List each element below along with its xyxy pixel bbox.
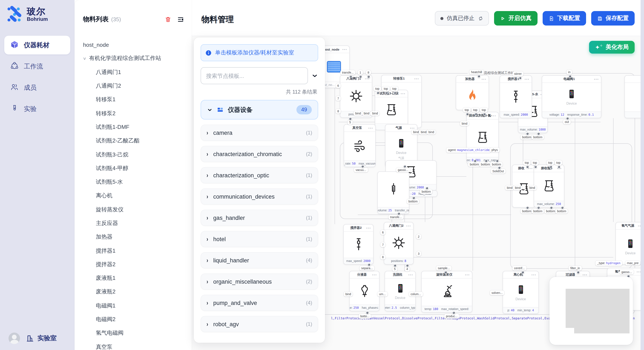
port-dot[interactable]	[566, 117, 569, 120]
collapse-panel-chevron-icon[interactable]	[311, 72, 318, 79]
node-真空泵[interactable]: 真空泵•••pump_rate: 50max_vacuum: 0.1	[344, 124, 376, 167]
port-chip[interactable]: bind	[427, 130, 436, 134]
collapse-list-icon[interactable]	[177, 16, 184, 23]
port-chip[interactable]: separa...	[360, 266, 374, 270]
port-chip[interactable]: heatchill	[469, 70, 484, 74]
port-dot[interactable]	[549, 166, 552, 169]
tree-item[interactable]: 加热器	[74, 230, 192, 244]
template-category-characterization_optic[interactable]: ›characterization_optic(1)	[200, 167, 318, 183]
template-category-pump_and_valve[interactable]: ›pump_and_valve(4)	[200, 295, 318, 311]
node-menu-icon[interactable]: •••	[482, 77, 486, 81]
port-chip[interactable]: top	[382, 86, 390, 91]
port-chip[interactable]: agent: magnesium_chloride	[446, 148, 491, 153]
port-chip[interactable]: bottom	[490, 162, 503, 167]
port-chip[interactable]: bottom	[420, 189, 432, 194]
port-dot[interactable]	[534, 166, 537, 169]
chevron-down-icon[interactable]: ∨	[83, 56, 87, 61]
template-category-gas_handler[interactable]: ›gas_handler(1)	[200, 210, 318, 226]
tree-item[interactable]: 试剂瓶3-己烷	[74, 148, 192, 162]
port-dot[interactable]	[361, 165, 364, 168]
port-chip[interactable]: centrif...	[512, 266, 526, 270]
node-menu-icon[interactable]: •••	[410, 126, 415, 130]
port-chip[interactable]: stirrer	[512, 71, 524, 76]
port-dot[interactable]	[367, 75, 370, 78]
port-chip[interactable]: bind	[513, 185, 522, 190]
port-dot[interactable]	[444, 271, 447, 274]
port-chip[interactable]: in	[566, 70, 572, 74]
tree-item[interactable]: 试剂瓶2-乙酸乙酯	[74, 134, 192, 148]
port-dot[interactable]	[518, 77, 522, 80]
port-chip[interactable]: bind	[362, 111, 371, 116]
template-category-communication_devices[interactable]: ›communication_devices(1)	[200, 188, 318, 204]
node-氢气气源[interactable]: 氢气气源•••Device	[616, 222, 644, 265]
port-dot[interactable]	[367, 263, 370, 266]
port-chip[interactable]: top	[390, 86, 398, 91]
port-chip[interactable]: um...	[377, 292, 388, 296]
port-chip[interactable]: 6	[336, 83, 341, 88]
port-chip[interactable]: top	[463, 108, 470, 112]
port-dot[interactable]	[349, 75, 352, 78]
port-dot[interactable]	[397, 212, 400, 215]
node-八通阀门2[interactable]: 八通阀门2•••positions: 8	[384, 222, 414, 265]
node-接收瓶3[interactable]: 接收瓶3•••max_volume: 250	[534, 165, 564, 207]
template-category-robot_agv[interactable]: ›robot_agv(1)	[200, 316, 318, 332]
user-avatar[interactable]	[8, 333, 20, 344]
port-dot[interactable]	[406, 264, 409, 267]
port-dot[interactable]	[521, 271, 524, 274]
port-chip[interactable]: _type: hydrogen	[596, 261, 622, 266]
template-category-liquid_handler[interactable]: ›liquid_handler(4)	[200, 252, 318, 268]
template-category-organic_miscellaneous[interactable]: ›organic_miscellaneous(2)	[200, 273, 318, 290]
tree-item[interactable]: 转移泵1	[74, 93, 192, 107]
port-chip[interactable]: 8	[366, 70, 371, 75]
port-chip[interactable]: bottom	[468, 162, 481, 167]
sidebar-item-experiments[interactable]: 实验	[4, 100, 70, 118]
port-chip[interactable]: sample...	[436, 266, 452, 270]
tree-item[interactable]: 试剂瓶5-水	[74, 175, 192, 189]
sidebar-item-instruments[interactable]: 仪器耗材	[4, 36, 70, 54]
port-dot[interactable]	[537, 132, 540, 135]
tree-item[interactable]: 电磁阀1	[74, 299, 192, 313]
port-chip[interactable]: 6	[380, 230, 386, 235]
template-category-camera[interactable]: ›camera(1)	[200, 125, 318, 141]
port-dot[interactable]	[393, 264, 396, 267]
port-dot[interactable]	[359, 75, 362, 78]
page-scrollbar[interactable]	[640, 0, 644, 350]
port-chip[interactable]: 5	[392, 267, 398, 271]
port-dot[interactable]	[550, 206, 553, 209]
port-chip[interactable]: 4	[405, 267, 410, 271]
port-dot[interactable]	[403, 165, 406, 168]
tree-item[interactable]: 离心机	[74, 189, 192, 203]
node-menu-icon[interactable]: •••	[531, 273, 536, 277]
port-dot[interactable]	[568, 75, 572, 78]
node-旋转蒸发仪[interactable]: 旋转蒸发仪•••temp: 180max_rotation_speed:	[421, 271, 472, 313]
tree-item[interactable]: 废液瓶1	[74, 271, 192, 285]
node-洗脱柱[interactable]: 洗脱柱•••Devicediameter: 2.5column_type: si	[384, 271, 416, 311]
port-chip[interactable]: out	[563, 120, 570, 124]
node-menu-icon[interactable]: •••	[342, 47, 347, 51]
port-chip[interactable]: 7	[380, 242, 386, 247]
minimap-overlay[interactable]	[550, 277, 633, 345]
port-chip[interactable]: bottom	[520, 209, 533, 213]
port-dot[interactable]	[526, 166, 529, 169]
node-menu-icon[interactable]: •••	[372, 273, 377, 277]
port-dot[interactable]	[466, 113, 469, 116]
node-menu-icon[interactable]: •••	[368, 126, 373, 130]
tree-item[interactable]: 电磁阀2	[74, 313, 192, 326]
port-dot[interactable]	[474, 113, 477, 116]
port-dot[interactable]	[425, 187, 428, 190]
template-category-characterization_chromatic[interactable]: ›characterization_chromatic(2)	[200, 146, 318, 162]
port-chip[interactable]: bind	[528, 185, 537, 190]
port-chip[interactable]: top	[523, 160, 530, 165]
port-chip[interactable]: top	[472, 108, 479, 112]
port-chip[interactable]: filter_in	[568, 266, 582, 270]
node-menu-icon[interactable]: •••	[400, 92, 406, 95]
node-menu-icon[interactable]: •••	[524, 77, 530, 81]
port-chip[interactable]: transfe...	[340, 70, 355, 75]
port-chip[interactable]: bottom	[544, 209, 557, 213]
port-chip[interactable]: transfe...	[388, 215, 403, 219]
lab-selector[interactable]: 实验室	[26, 334, 57, 342]
node-固体试剂瓶3-氯化镁[interactable]: 固体试剂瓶3-氯化镁•••precision: 0.001max_capacit…	[466, 112, 499, 164]
tree-item[interactable]: 氢气电磁阀	[74, 326, 192, 340]
beautify-layout-button[interactable]: ✦✧ 美化布局	[589, 41, 635, 54]
port-chip[interactable]: gasso...	[396, 168, 410, 172]
